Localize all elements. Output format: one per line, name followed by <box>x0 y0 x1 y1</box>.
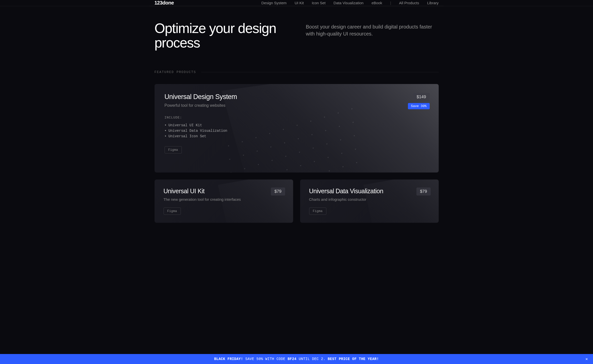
close-icon[interactable]: ✕ <box>585 356 588 362</box>
card-subtitle: Charts and infographic constructor <box>309 197 430 202</box>
promo-code: BF24 <box>288 357 297 361</box>
card-title: Universal Data Visualization <box>309 188 430 195</box>
include-item: Universal Icon Set <box>165 134 429 139</box>
promo-text: UNTIL DEC 2. <box>297 357 328 361</box>
nav-icon-set[interactable]: Icon Set <box>312 1 326 5</box>
include-label: INCLUDE: <box>165 116 429 120</box>
promo-text-bold: BEST PRICE OF THE YEAR! <box>328 357 379 361</box>
logo[interactable]: 123done <box>155 0 174 6</box>
card-title: Universal UI Kit <box>164 188 284 195</box>
main-nav: Design System UI Kit Icon Set Data Visua… <box>261 1 439 5</box>
platform-tag: Figma <box>165 146 182 154</box>
product-card-ui-kit[interactable]: Universal UI Kit The new generation tool… <box>155 180 293 223</box>
nav-all-products[interactable]: All Products <box>399 1 419 5</box>
header: 123done Design System UI Kit Icon Set Da… <box>150 0 444 6</box>
featured-product-card[interactable]: Universal Design System Powerful tool fo… <box>155 84 439 172</box>
nav-ui-kit[interactable]: UI Kit <box>295 1 304 5</box>
price-badge-group: $149 Save 30% <box>408 93 429 109</box>
card-subtitle: The new generation tool for creating int… <box>164 197 284 202</box>
include-item: Universal Data Visualization <box>165 128 429 134</box>
section-divider <box>201 72 438 72</box>
price-badge-group: $79 <box>416 188 430 198</box>
promo-banner: BLACK FRIDAY! SAVE 50% WITH CODE BF24 UN… <box>0 354 593 364</box>
price-badge-group: $79 <box>271 188 285 198</box>
hero-subtitle: Boost your design career and build digit… <box>306 21 439 37</box>
nav-library[interactable]: Library <box>427 1 439 5</box>
nav-data-viz[interactable]: Data Visualization <box>334 1 364 5</box>
featured-title: Universal Design System <box>165 93 429 101</box>
featured-subtitle: Powerful tool for creating websites <box>165 103 429 108</box>
platform-tag: Figma <box>309 208 326 215</box>
price: $79 <box>271 188 285 196</box>
include-item: Universal UI Kit <box>165 122 429 128</box>
price: $79 <box>416 188 430 196</box>
price: $149 <box>413 93 430 101</box>
hero-section: Optimize your design process Boost your … <box>155 6 439 70</box>
promo-text-bold: BLACK FRIDAY! <box>214 357 243 361</box>
promo-text: SAVE 50% WITH CODE <box>243 357 288 361</box>
platform-tag: Figma <box>164 208 181 215</box>
save-badge: Save 30% <box>408 103 429 109</box>
nav-ebook[interactable]: eBook <box>371 1 382 5</box>
product-cards-row: Universal UI Kit The new generation tool… <box>155 180 439 223</box>
hero-title: Optimize your design process <box>155 21 291 50</box>
product-card-data-viz[interactable]: Universal Data Visualization Charts and … <box>300 180 439 223</box>
include-list: Universal UI Kit Universal Data Visualiz… <box>165 122 429 139</box>
nav-divider: | <box>390 1 391 5</box>
nav-design-system[interactable]: Design System <box>261 1 287 5</box>
section-label-text: FEATURED PRODUCTS <box>155 70 196 74</box>
section-label: FEATURED PRODUCTS <box>155 70 439 74</box>
